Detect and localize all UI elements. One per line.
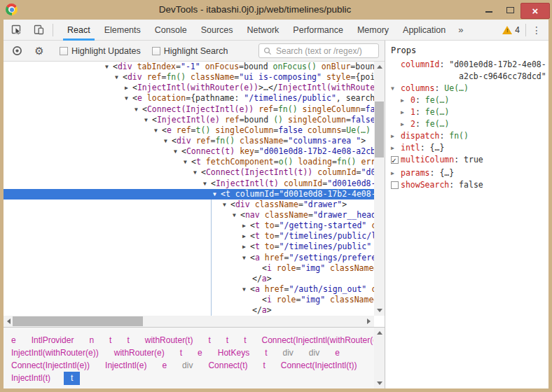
highlight-search-checkbox[interactable] xyxy=(152,47,160,55)
tree-row[interactable]: ▼<t fetchComponent=o() loading=fn() erro… xyxy=(4,157,374,167)
collapse-arrow-icon[interactable]: ▼ xyxy=(134,104,142,115)
breadcrumb-item[interactable]: e xyxy=(160,359,169,372)
inspect-element-button[interactable] xyxy=(6,21,26,39)
console-warnings-button[interactable]: ! 4 xyxy=(502,25,520,35)
breadcrumb-item[interactable]: Connect(InjectIntl(withRouter(e))) xyxy=(259,334,373,347)
scroll-left-arrow[interactable] xyxy=(7,318,11,324)
horizontal-scroll-thumb[interactable] xyxy=(13,316,143,326)
breadcrumb-item[interactable]: withRouter(t) xyxy=(143,334,195,347)
breadcrumb-item[interactable]: e xyxy=(9,334,18,347)
breadcrumb-item[interactable]: e xyxy=(333,346,342,360)
tree-row[interactable]: ▼<e location={pathname: "/timelines/publ… xyxy=(4,93,374,104)
expand-arrow-icon[interactable]: ▶ xyxy=(242,220,250,231)
breadcrumb-item[interactable]: t xyxy=(261,359,267,372)
tab-sources[interactable]: Sources xyxy=(194,20,240,41)
prop-expand-arrow-icon[interactable]: ▶ xyxy=(401,94,404,106)
collapse-arrow-icon[interactable]: ▼ xyxy=(223,200,230,210)
maximize-button[interactable] xyxy=(499,1,520,18)
tree-row[interactable]: </a> xyxy=(4,274,374,284)
settings-gear-icon[interactable]: ⚙ xyxy=(30,42,48,60)
breadcrumb-item[interactable]: t xyxy=(224,334,230,347)
tree-row[interactable]: ▼<div ref=fn() className="ui is-composin… xyxy=(4,72,374,83)
breadcrumb-item[interactable]: HotKeys xyxy=(216,346,251,360)
more-tabs-button[interactable]: » xyxy=(453,24,469,35)
tree-row[interactable]: </a> xyxy=(4,305,374,316)
vertical-scrollbar[interactable] xyxy=(374,62,385,316)
prop-collapse-arrow-icon[interactable]: ▼ xyxy=(391,83,394,94)
prop-expand-arrow-icon[interactable]: ▶ xyxy=(391,130,394,142)
tree-row[interactable]: ▶<t to="/getting-started" className= xyxy=(4,220,374,231)
scroll-down-arrow[interactable] xyxy=(377,309,382,312)
prop-checkbox[interactable] xyxy=(391,156,399,164)
collapse-arrow-icon[interactable]: ▼ xyxy=(242,284,250,295)
tree-row[interactable]: ▼<InjectIntl(t) columnId="d001e0d8-17b2-… xyxy=(4,178,374,189)
collapse-arrow-icon[interactable]: ▼ xyxy=(203,178,211,189)
breadcrumb-scroll-up-arrow[interactable] xyxy=(377,331,382,335)
breadcrumb-item[interactable]: t xyxy=(206,334,212,347)
collapse-arrow-icon[interactable]: ▼ xyxy=(174,146,181,157)
collapse-arrow-icon[interactable]: ▼ xyxy=(115,72,123,83)
scroll-right-arrow[interactable] xyxy=(367,318,371,324)
prop-checkbox[interactable] xyxy=(391,181,399,189)
tree-row[interactable]: ▶<InjectIntl(withRouter(e))>…</InjectInt… xyxy=(4,83,374,93)
collapse-arrow-icon[interactable]: ▼ xyxy=(184,157,191,167)
collapse-arrow-icon[interactable]: ▼ xyxy=(154,125,162,136)
search-input[interactable] xyxy=(275,46,374,57)
tree-row[interactable]: ▼<e ref=t() singleColumn=false columns=U… xyxy=(4,125,374,136)
breadcrumb-scroll-down-arrow[interactable] xyxy=(377,382,382,385)
breadcrumb-item[interactable]: InjectIntl(e) xyxy=(103,359,149,372)
breadcrumb-item[interactable]: Connect(InjectIntl(e)) xyxy=(9,359,92,372)
highlight-updates-checkbox[interactable] xyxy=(60,47,68,55)
prop-expand-arrow-icon[interactable]: ▶ xyxy=(401,118,404,130)
device-toolbar-button[interactable] xyxy=(29,21,48,39)
breadcrumb-item[interactable]: t xyxy=(242,334,248,347)
collapse-arrow-icon[interactable]: ▼ xyxy=(144,115,152,125)
tree-row-selected[interactable]: ▼<t columnId="d001e0d8-17b2-4e08-a2cb-c9… xyxy=(4,189,374,200)
tab-memory[interactable]: Memory xyxy=(350,20,396,41)
tab-network[interactable]: Network xyxy=(240,20,287,41)
tree-row[interactable]: ▼<a href="/settings/preferences" cla xyxy=(4,253,374,263)
collapse-arrow-icon[interactable]: ▼ xyxy=(233,210,240,220)
collapse-arrow-icon[interactable]: ▼ xyxy=(125,93,132,104)
tab-performance[interactable]: Performance xyxy=(286,20,350,41)
breadcrumb-item[interactable]: InjectIntl(t) xyxy=(9,372,53,385)
highlight-search-option[interactable]: Highlight Search xyxy=(152,46,228,56)
breadcrumb-item[interactable]: withRouter(e) xyxy=(112,346,167,360)
tree-row[interactable]: ▼<Connect(InjectIntl(t)) columnId="d001e… xyxy=(4,167,374,178)
scroll-up-arrow[interactable] xyxy=(377,65,382,69)
collapse-arrow-icon[interactable]: ▼ xyxy=(242,253,250,263)
collapse-arrow-icon[interactable]: ▼ xyxy=(164,136,172,146)
breadcrumb-item[interactable]: t xyxy=(178,346,184,360)
tree-row[interactable]: ▼<nav className="drawer__header"> xyxy=(4,210,374,220)
tree-row[interactable]: ▶<t to="/timelines/public/local" cla xyxy=(4,231,374,241)
tree-row[interactable]: ▼<div tabIndex="-1" onFocus=bound onFocu… xyxy=(4,62,374,72)
collapse-arrow-icon[interactable]: ▼ xyxy=(193,167,201,178)
prop-expand-arrow-icon[interactable]: ▶ xyxy=(401,106,404,118)
tree-row[interactable]: ▼<Connect(t) key="d001e0d8-17b2-4e08-a2c… xyxy=(4,146,374,157)
minimize-button[interactable] xyxy=(478,1,499,18)
vertical-scroll-thumb[interactable] xyxy=(375,102,384,158)
horizontal-scrollbar[interactable] xyxy=(4,316,374,327)
main-menu-button[interactable]: ⋮ xyxy=(527,27,546,34)
breadcrumb-item[interactable]: t xyxy=(263,346,269,360)
highlight-updates-option[interactable]: Highlight Updates xyxy=(60,46,141,56)
tree-row[interactable]: ▼<a href="/auth/sign_out" className= xyxy=(4,284,374,295)
tree-row[interactable]: ▼<div className="drawer"> xyxy=(4,200,374,210)
tree-row[interactable]: ▼<InjectIntl(e) ref=bound () singleColum… xyxy=(4,115,374,125)
breadcrumb-item-selected[interactable]: t xyxy=(64,372,80,385)
tree-row[interactable]: ▶<t to="/timelines/public" className xyxy=(4,241,374,252)
tree-row[interactable]: <i role="img" className="fa fa-fw xyxy=(4,295,374,305)
expand-arrow-icon[interactable]: ▶ xyxy=(125,83,132,93)
breadcrumb-item[interactable]: div xyxy=(180,359,195,372)
prop-expand-arrow-icon[interactable]: ▶ xyxy=(391,142,394,154)
breadcrumb-item[interactable]: n xyxy=(87,334,96,347)
tree-row[interactable]: ▼<Connect(InjectIntl(e)) ref=fn() single… xyxy=(4,104,374,115)
expand-arrow-icon[interactable]: ▶ xyxy=(242,231,250,241)
search-box[interactable] xyxy=(258,43,379,58)
breadcrumb-scrollbar[interactable] xyxy=(374,328,385,388)
tab-react[interactable]: React xyxy=(60,20,97,41)
select-react-element-button[interactable] xyxy=(8,42,26,60)
breadcrumb-item[interactable]: InjectIntl(withRouter(e)) xyxy=(9,346,101,360)
tab-console[interactable]: Console xyxy=(148,20,194,41)
close-button[interactable]: × xyxy=(520,3,550,19)
